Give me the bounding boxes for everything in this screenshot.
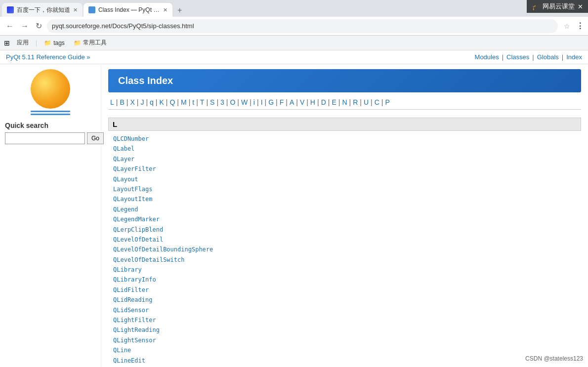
class-QLidFilter[interactable]: QLidFilter xyxy=(113,285,581,295)
bookmark-apps[interactable]: 应用 xyxy=(15,38,31,48)
address-bar: ← → ↻ ☆ ⋮ xyxy=(0,17,588,36)
class-QLayer[interactable]: QLayer xyxy=(113,154,581,164)
alpha-t[interactable]: t xyxy=(190,98,196,106)
bookmark-star-icon[interactable]: ☆ xyxy=(561,21,573,31)
class-QLevelOfDetail[interactable]: QLevelOfDetail xyxy=(113,235,581,245)
class-QLidSensor[interactable]: QLidSensor xyxy=(113,305,581,315)
tab-pyqt-title: Class Index — PyQt 5.1 xyxy=(98,6,160,13)
bookmark-tools[interactable]: 📁 常用工具 xyxy=(72,38,109,48)
bookmark-folder-icon: 📁 xyxy=(44,40,51,46)
class-QLerpClipBlend[interactable]: QLerpClipBlend xyxy=(113,225,581,235)
alpha-X[interactable]: X xyxy=(128,98,136,106)
nav-index[interactable]: Index xyxy=(566,53,582,61)
pyqt-favicon xyxy=(88,6,95,13)
new-tab-button[interactable]: + xyxy=(173,4,186,17)
alpha-O[interactable]: O xyxy=(228,98,237,106)
class-QLightReading[interactable]: QLightReading xyxy=(113,325,581,335)
alpha-E[interactable]: E xyxy=(330,98,338,106)
class-QLayout[interactable]: QLayout xyxy=(113,174,581,184)
section-header-L: L xyxy=(108,118,581,131)
quick-search-form: Go xyxy=(5,132,96,144)
browser-chrome: 百度一下，你就知道 ✕ Class Index — PyQt 5.1 ✕ + ←… xyxy=(0,0,588,50)
alpha-H[interactable]: H xyxy=(308,98,317,106)
apps-grid-icon: ⊞ xyxy=(4,39,10,47)
class-QLightFilter[interactable]: QLightFilter xyxy=(113,315,581,325)
overlay-text: 网易云课堂 xyxy=(543,2,575,11)
alpha-S[interactable]: S xyxy=(208,98,216,106)
class-LayoutFlags[interactable]: LayoutFlags xyxy=(113,184,581,194)
forward-button[interactable]: → xyxy=(19,21,31,32)
quick-search-label: Quick search xyxy=(5,122,96,129)
tab-pyqt[interactable]: Class Index — PyQt 5.1 ✕ xyxy=(84,3,172,17)
class-QLevelOfDetailSwitch[interactable]: QLevelOfDetailSwitch xyxy=(113,255,581,265)
bookmark-tags[interactable]: 📁 tags xyxy=(42,39,67,47)
alpha-I[interactable]: I xyxy=(259,98,265,106)
tab-bar: 百度一下，你就知道 ✕ Class Index — PyQt 5.1 ✕ + xyxy=(0,0,588,17)
alpha-C[interactable]: C xyxy=(373,98,381,106)
alpha-U[interactable]: U xyxy=(362,98,371,106)
alpha-R[interactable]: R xyxy=(351,98,360,106)
alpha-P[interactable]: P xyxy=(383,98,391,106)
nav-links: Modules | Classes | Globals | Index xyxy=(475,53,582,61)
alpha-W[interactable]: W xyxy=(239,98,250,106)
content-area: Class Index L| B| X| J| q| K| Q| M| t| T… xyxy=(101,64,588,367)
class-QLCDNumber[interactable]: QLCDNumber xyxy=(113,134,581,144)
tab-baidu[interactable]: 百度一下，你就知道 ✕ xyxy=(2,3,83,17)
bookmark-folder-icon2: 📁 xyxy=(74,40,81,46)
bookmarks-bar: ⊞ 应用 | 📁 tags 📁 常用工具 xyxy=(0,36,588,50)
alpha-q[interactable]: q xyxy=(148,98,156,106)
refresh-button[interactable]: ↻ xyxy=(34,20,44,32)
logo-line-2 xyxy=(31,114,70,115)
class-QLibraryInfo[interactable]: QLibraryInfo xyxy=(113,275,581,285)
breadcrumb[interactable]: PyQt 5.11 Reference Guide » xyxy=(6,53,90,61)
class-QLayerFilter[interactable]: QLayerFilter xyxy=(113,164,581,174)
alpha-D[interactable]: D xyxy=(319,98,328,106)
logo-circle xyxy=(31,69,70,109)
alpha-K[interactable]: K xyxy=(157,98,166,106)
class-QLevelOfDetailBoundingSphere[interactable]: QLevelOfDetailBoundingSphere xyxy=(113,245,581,254)
bookmark-tools-label: 常用工具 xyxy=(83,39,107,47)
alpha-N[interactable]: N xyxy=(340,98,349,106)
class-QLabel[interactable]: QLabel xyxy=(113,144,581,154)
class-QLightSensor[interactable]: QLightSensor xyxy=(113,335,581,345)
tab-baidu-close[interactable]: ✕ xyxy=(73,7,78,13)
bookmark-apps-label: 应用 xyxy=(17,39,29,47)
page-content: PyQt 5.11 Reference Guide » Modules | Cl… xyxy=(0,50,588,367)
alpha-M[interactable]: M xyxy=(179,98,189,106)
close-icon[interactable]: ✕ xyxy=(578,3,583,10)
class-list-L: QLCDNumber QLabel QLayer QLayerFilter QL… xyxy=(108,134,581,367)
class-index-banner: Class Index xyxy=(108,69,581,92)
alpha-G[interactable]: G xyxy=(266,98,276,106)
alpha-T[interactable]: T xyxy=(198,98,207,106)
alpha-F[interactable]: F xyxy=(278,98,286,106)
section-L: L QLCDNumber QLabel QLayer QLayerFilter … xyxy=(108,118,581,367)
alpha-A[interactable]: A xyxy=(288,98,296,106)
class-QLine[interactable]: QLine xyxy=(113,345,581,355)
search-input[interactable] xyxy=(5,132,85,144)
back-button[interactable]: ← xyxy=(4,21,16,32)
alpha-i[interactable]: i xyxy=(252,98,257,106)
nav-classes[interactable]: Classes xyxy=(506,53,529,61)
alpha-V[interactable]: V xyxy=(298,98,306,106)
address-input[interactable] xyxy=(47,19,558,33)
nav-globals[interactable]: Globals xyxy=(537,53,559,61)
class-QLegend[interactable]: QLegend xyxy=(113,204,581,214)
class-QLegendMarker[interactable]: QLegendMarker xyxy=(113,214,581,224)
watermark: CSDN @stateless123 xyxy=(525,355,583,362)
alpha-L[interactable]: L xyxy=(108,98,116,106)
alpha-J[interactable]: J xyxy=(138,98,146,106)
alpha-Q[interactable]: Q xyxy=(168,98,177,106)
class-QLayoutItem[interactable]: QLayoutItem xyxy=(113,194,581,204)
logo-line-1 xyxy=(31,111,70,112)
alpha-3[interactable]: 3 xyxy=(218,98,226,106)
class-QLidReading[interactable]: QLidReading xyxy=(113,295,581,305)
browser-menu-button[interactable]: ⋮ xyxy=(576,21,584,31)
nav-modules[interactable]: Modules xyxy=(475,53,499,61)
tab-pyqt-close[interactable]: ✕ xyxy=(163,7,168,13)
nav-sep3: | xyxy=(562,53,563,61)
alpha-B[interactable]: B xyxy=(118,98,126,106)
bookmark-tags-label: tags xyxy=(53,40,65,46)
baidu-favicon xyxy=(7,6,14,13)
class-QLibrary[interactable]: QLibrary xyxy=(113,265,581,275)
class-QLineEdit[interactable]: QLineEdit xyxy=(113,356,581,366)
